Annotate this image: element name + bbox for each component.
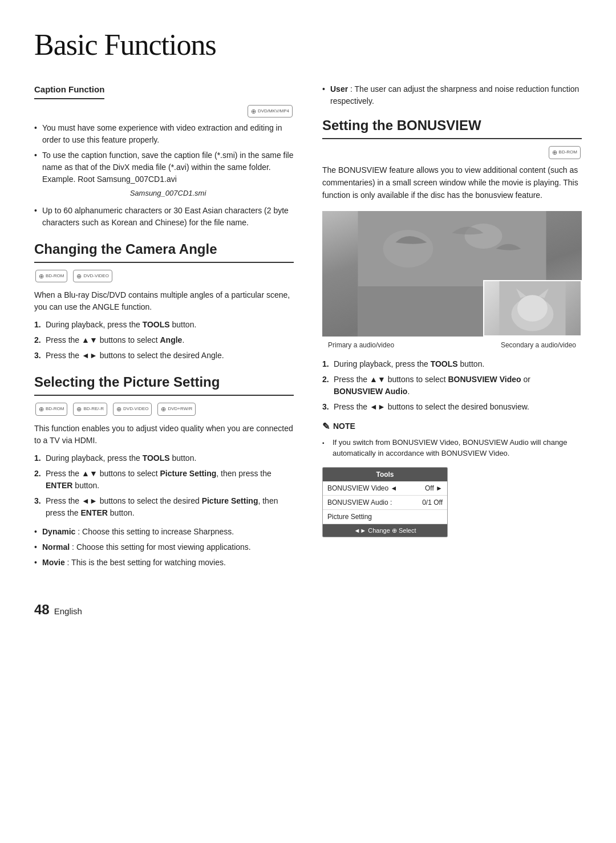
bonusview-step-3: 3.Press the ◄► buttons to select the des… [322,401,582,413]
label-primary: Primary a audio/video [328,340,394,350]
note-pencil-icon: ✎ [322,420,330,433]
picture-setting-steps: 1.During playback, press the TOOLS butto… [34,452,294,519]
tools-table-header: Tools [323,468,447,481]
camera-icon-row: ⊕ BD-ROM ⊕ DVD-VIDEO [34,270,294,283]
tools-row-1-value: Off ► [425,483,443,493]
camera-step-1: 1.During playback, press the TOOLS butto… [34,319,294,331]
right-column: User : The user can adjust the sharpness… [322,83,582,577]
note-label: NOTE [333,420,355,432]
tools-row-2-label: BONUSVIEW Audio : [327,497,392,508]
camera-step-3: 3.Press the ◄► buttons to select the des… [34,350,294,362]
bonusview-step-1: 1.During playback, press the TOOLS butto… [322,358,582,370]
svg-point-6 [517,295,548,321]
dvd-rwr-icon-pic: ⊕ DVD+RW/R [157,403,196,416]
camera-step-2: 2.Press the ▲▼ buttons to select Angle. [34,334,294,346]
tools-row-2-value: 0/1 Off [422,497,443,508]
note-list: If you switch from BONUSVIEW Video, BONU… [322,437,582,459]
cat-svg [484,281,581,335]
tools-row-1: BONUSVIEW Video ◄ Off ► [323,481,447,496]
tools-row-1-label: BONUSVIEW Video ◄ [327,483,397,493]
camera-angle-steps: 1.During playback, press the TOOLS butto… [34,319,294,362]
page-number: 48 [34,599,50,620]
camera-angle-heading: Changing the Camera Angle [34,239,294,263]
note-section: ✎ NOTE If you switch from BONUSVIEW Vide… [322,420,582,459]
note-heading: ✎ NOTE [322,420,582,433]
caption-example: Samsung_007CD1.smi [42,188,294,199]
bonusview-section: Setting the BONUSVIEW ⊕ BD-ROM The BONUS… [322,115,582,537]
tools-row-3: Picture Setting [323,510,447,524]
pic-step-3: 3.Press the ◄► buttons to select the des… [34,495,294,519]
bonusview-image [322,211,582,337]
picture-icon-row: ⊕ BD-ROM ⊕ BD-RE/-R ⊕ DVD-VIDEO ⊕ DVD+RW… [34,403,294,416]
dvd-video-icon-pic: ⊕ DVD-VIDEO [113,403,152,416]
left-column: Caption Function ⊕ DVD/MKV/MP4 You must … [34,83,294,577]
picture-sub-bullets: Dynamic : Choose this setting to increas… [34,526,294,569]
caption-bullet-2: To use the caption function, save the ca… [34,149,294,199]
camera-angle-section: Changing the Camera Angle ⊕ BD-ROM ⊕ DVD… [34,239,294,362]
caption-bullet-list: You must have some experience with video… [34,122,294,229]
tools-table: Tools BONUSVIEW Video ◄ Off ► BONUSVIEW … [322,467,448,538]
pic-step-1: 1.During playback, press the TOOLS butto… [34,452,294,464]
page-footer: 48 English [34,599,582,620]
caption-bullet-1: You must have some experience with video… [34,122,294,146]
picture-setting-intro: This function enables you to adjust vide… [34,423,294,447]
bonusview-intro: The BONUSVIEW feature allows you to view… [322,164,582,202]
picture-setting-section: Selecting the Picture Setting ⊕ BD-ROM ⊕… [34,372,294,569]
caption-function-section: Caption Function ⊕ DVD/MKV/MP4 You must … [34,83,294,229]
bonusview-step-2: 2.Press the ▲▼ buttons to select BONUSVI… [322,374,582,398]
picture-setting-heading: Selecting the Picture Setting [34,372,294,396]
bonusview-steps: 1.During playback, press the TOOLS butto… [322,358,582,413]
page-number-label: English [54,605,82,618]
caption-bullet-3: Up to 60 alphanumeric characters or 30 E… [34,205,294,229]
user-bullet-right: User : The user can adjust the sharpness… [322,83,582,107]
bd-rom-icon-camera: ⊕ BD-ROM [35,270,67,283]
img-labels-row: Primary a audio/video Secondary a audio/… [322,340,582,350]
dvd-mkv-icon: ⊕ DVD/MKV/MP4 [248,105,293,118]
bonusview-heading: Setting the BONUSVIEW [322,115,582,139]
pic-sub-user: User : The user can adjust the sharpness… [322,83,582,107]
svg-point-2 [383,230,433,268]
tools-row-2: BONUSVIEW Audio : 0/1 Off [323,496,447,510]
bd-rom-icon-bonusview: ⊕ BD-ROM [549,146,581,159]
pic-sub-normal: Normal : Choose this setting for most vi… [34,541,294,553]
bonusview-inset-img [483,280,582,337]
caption-heading: Caption Function [34,83,104,99]
note-item-1: If you switch from BONUSVIEW Video, BONU… [322,437,582,459]
dvd-video-icon-camera: ⊕ DVD-VIDEO [73,270,112,283]
camera-angle-intro: When a Blu-ray Disc/DVD contains multipl… [34,289,294,313]
bd-rer-icon-pic: ⊕ BD-RE/-R [73,403,107,416]
pic-sub-movie: Movie : This is the best setting for wat… [34,557,294,569]
bd-rom-icon-pic: ⊕ BD-ROM [35,403,67,416]
pic-sub-dynamic: Dynamic : Choose this setting to increas… [34,526,294,538]
label-secondary: Secondary a audio/video [501,340,576,350]
pic-step-2: 2.Press the ▲▼ buttons to select Picture… [34,468,294,492]
page-title: Basic Functions [34,23,582,67]
tools-row-3-label: Picture Setting [327,512,372,522]
tools-table-footer: ◄► Change ⊕ Select [323,524,447,537]
